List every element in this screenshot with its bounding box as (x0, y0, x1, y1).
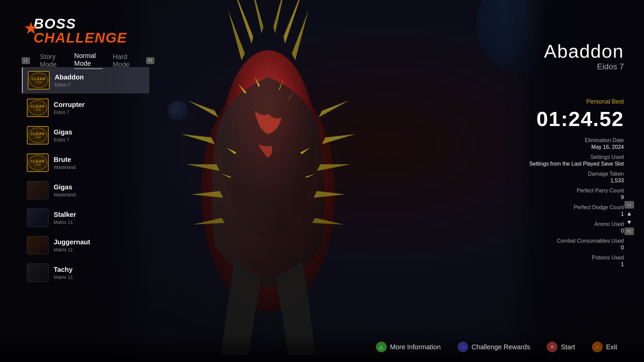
l2-button[interactable]: L2 (625, 201, 634, 208)
stat-elimination-date-label: Elimination Date (503, 137, 624, 143)
exit-button[interactable]: ○ Exit (592, 342, 617, 352)
stat-ammo-used-value: 0 (503, 228, 624, 234)
boss-info-corrupter: Corrupter Eidos 7 (54, 101, 144, 115)
scroll-arrows: L2 ▲ ▼ R2 (625, 201, 634, 235)
l1-button: L1 (22, 57, 30, 64)
clear-badge-abaddon: CLEAR 111R (28, 71, 50, 89)
boss-info-abaddon: Abaddon Eidos 7 (55, 73, 144, 87)
boss-info-gigas2: Gigas Wasteland (54, 183, 144, 197)
stat-perfect-parry-label: Perfect Parry Count (503, 188, 624, 194)
boss-thumb-gigas2 (27, 181, 49, 199)
circle-icon: ○ (592, 342, 603, 352)
stat-elimination-date-value: May 16, 2024 (503, 144, 624, 150)
stat-perfect-parry-value: 9 (503, 194, 624, 200)
boss-name-gigas1: Gigas (54, 128, 144, 136)
stat-settings-used-label: Settings Used (503, 154, 624, 160)
boss-thumb-corrupter: CLEAR 111R (27, 99, 49, 117)
r2-button[interactable]: R2 (625, 228, 634, 235)
logo-star-icon: ★ (23, 18, 39, 38)
clear-text: CLEAR (32, 77, 46, 81)
boss-name-brute: Brute (54, 156, 144, 164)
boss-title-location: Eidos 7 (544, 62, 624, 71)
bottom-bar: △ More Information □ Challenge Rewards ✕… (0, 332, 644, 362)
stat-elimination-date: Elimination Date May 16, 2024 (503, 137, 624, 150)
stat-settings-used-value: Settings from the Last Played Save Slot (503, 161, 624, 167)
clear-badge-gigas1: CLEAR 111R (27, 126, 49, 144)
boss-name-tachy: Tachy (54, 266, 144, 274)
boss-item-brute[interactable]: CLEAR 111R Brute Wasteland (22, 149, 149, 176)
clear-badge-corrupter: CLEAR 111R (27, 99, 49, 117)
monster-display (117, 0, 419, 362)
boss-info-gigas1: Gigas Eidos 7 (54, 128, 144, 142)
scroll-up-icon[interactable]: ▲ (626, 210, 632, 217)
stat-damage-taken-value: 1,533 (503, 178, 624, 184)
boss-item-gigas1[interactable]: CLEAR 111R Gigas Eidos 7 (22, 122, 149, 148)
boss-name-corrupter: Corrupter (54, 101, 144, 109)
boss-item-gigas2[interactable]: Gigas Wasteland (22, 177, 149, 203)
logo-challenge: CHALLENGE (34, 31, 127, 45)
more-information-button[interactable]: △ More Information (376, 342, 441, 352)
right-panel: Abaddon Eidos 7 Personal Best 01:24.52 E… (503, 0, 644, 362)
boss-list: CLEAR 111R Abaddon Eidos 7 CLEAR 111R Co… (22, 67, 149, 287)
logo-area: ★ BOSS CHALLENGE (34, 17, 127, 45)
start-button[interactable]: ✕ Start (547, 342, 575, 352)
boss-info-brute: Brute Wasteland (54, 156, 144, 170)
logo-boss: BOSS (34, 17, 127, 31)
boss-location-juggernaut: Matrix 11 (54, 247, 144, 252)
personal-best-time: 01:24.52 (503, 107, 624, 131)
stat-combat-consumables-label: Combat Consumables Used (503, 238, 624, 244)
tab-normal-mode[interactable]: Normal Mode (74, 52, 103, 69)
boss-thumb-brute: CLEAR 111R (27, 154, 49, 172)
boss-thumb-abaddon: CLEAR 111R (28, 71, 50, 89)
stat-perfect-dodge-value: 1 (503, 211, 624, 217)
boss-item-juggernaut[interactable]: Juggernaut Matrix 11 (22, 232, 149, 258)
boss-info-stalker: Stalker Matrix 11 (54, 211, 144, 225)
boss-name-gigas2: Gigas (54, 183, 144, 191)
boss-location-gigas2: Wasteland (54, 192, 144, 197)
logo-text: BOSS CHALLENGE (34, 17, 127, 45)
tab-hard-mode[interactable]: Hard Mode (113, 53, 136, 68)
stat-damage-taken-label: Damage Taken (503, 171, 624, 177)
nav-tabs: L1 Story Mode Normal Mode Hard Mode R1 (22, 52, 154, 69)
boss-name-stalker: Stalker (54, 211, 144, 219)
stat-combat-consumables: Combat Consumables Used 0 (503, 238, 624, 251)
square-icon: □ (458, 342, 468, 352)
boss-name-abaddon: Abaddon (55, 73, 144, 81)
scroll-down-icon[interactable]: ▼ (626, 219, 632, 226)
boss-thumb-stalker (27, 208, 49, 227)
personal-best-label: Personal Best (503, 98, 624, 105)
nav-left-btn: L1 (22, 57, 30, 64)
boss-location-stalker: Matrix 11 (54, 220, 144, 225)
boss-thumb-gigas1: CLEAR 111R (27, 126, 49, 144)
stat-perfect-dodge: Perfect Dodge Count 1 (503, 204, 624, 217)
clear-badge-brute: CLEAR 111R (27, 154, 49, 172)
boss-thumb-juggernaut (27, 236, 49, 254)
boss-location-abaddon: Eidos 7 (55, 82, 144, 87)
boss-title-name: Abaddon (544, 40, 624, 62)
boss-thumb-tachy (27, 263, 49, 282)
challenge-rewards-button[interactable]: □ Challenge Rewards (458, 342, 530, 352)
cross-icon: ✕ (547, 342, 557, 352)
boss-location-gigas1: Eidos 7 (54, 137, 144, 142)
boss-item-stalker[interactable]: Stalker Matrix 11 (22, 204, 149, 231)
stat-perfect-parry: Perfect Parry Count 9 (503, 188, 624, 200)
boss-name-juggernaut: Juggernaut (54, 238, 144, 246)
boss-title-area: Abaddon Eidos 7 (544, 40, 624, 71)
boss-info-tachy: Tachy Matrix 11 (54, 266, 144, 280)
challenge-rewards-label: Challenge Rewards (472, 343, 530, 351)
more-information-label: More Information (390, 343, 441, 351)
stats-area: Personal Best 01:24.52 Elimination Date … (503, 98, 624, 272)
exit-label: Exit (606, 343, 617, 351)
triangle-icon: △ (376, 342, 387, 352)
stat-settings-used: Settings Used Settings from the Last Pla… (503, 154, 624, 167)
stat-potions-used-value: 1 (503, 261, 624, 267)
left-panel: ★ BOSS CHALLENGE L1 Story Mode Normal Mo… (0, 0, 154, 362)
tab-story-mode[interactable]: Story Mode (40, 53, 64, 68)
boss-item-tachy[interactable]: Tachy Matrix 11 (22, 259, 149, 286)
boss-item-abaddon[interactable]: CLEAR 111R Abaddon Eidos 7 (22, 67, 149, 94)
boss-location-corrupter: Eidos 7 (54, 110, 144, 115)
clear-sub: 111R (36, 81, 42, 84)
start-label: Start (561, 343, 575, 351)
stat-ammo-used-label: Ammo Used (503, 221, 624, 227)
boss-item-corrupter[interactable]: CLEAR 111R Corrupter Eidos 7 (22, 95, 149, 121)
